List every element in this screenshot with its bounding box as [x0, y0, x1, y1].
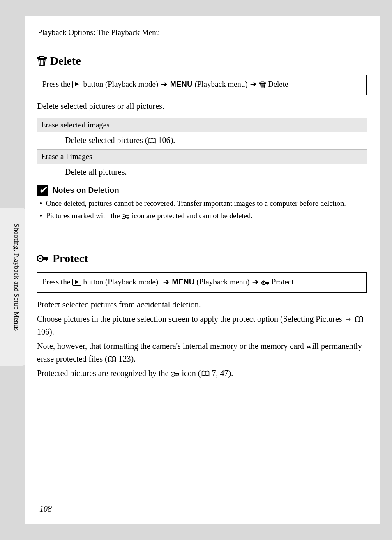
svg-point-8 [123, 216, 124, 217]
section-protect-title: Protect [37, 252, 367, 265]
book-icon [108, 356, 117, 362]
section-delete-title: Delete [37, 54, 367, 67]
text: icon are protected and cannot be deleted… [130, 212, 253, 220]
book-icon [201, 370, 210, 377]
option-header: Erase all images [37, 149, 367, 164]
key-icon [37, 254, 49, 263]
page: Playback Options: The Playback Menu Dele… [25, 16, 380, 524]
svg-point-16 [172, 373, 173, 374]
protect-icon [171, 371, 180, 377]
text: ). [228, 369, 233, 378]
delete-description: Delete selected pictures or all pictures… [37, 101, 367, 112]
text: ). [171, 136, 175, 145]
page-ref: 7, 47 [212, 369, 228, 378]
text: Delete all pictures. [65, 167, 127, 176]
text: Choose pictures in the picture selection… [37, 314, 355, 323]
section-divider [37, 242, 367, 242]
nav-text: (Playback menu) [194, 80, 247, 88]
option-body: Delete all pictures. [37, 164, 367, 181]
protect-paragraph: Choose pictures in the picture selection… [37, 313, 367, 338]
side-section-label: Shooting, Playback and Setup Menus [12, 224, 21, 331]
arrow-right-icon: ➔ [163, 278, 169, 286]
svg-point-10 [39, 258, 42, 260]
option-body: Delete selected pictures ( 106). [37, 132, 367, 149]
key-icon [261, 280, 270, 286]
menu-label: MENU [170, 80, 193, 88]
arrow-right-icon: ➔ [252, 278, 258, 286]
protect-paragraph: Note, however, that formatting the camer… [37, 340, 367, 365]
notes-heading: ✔ Notes on Deletion [37, 185, 367, 196]
notes-title: Notes on Deletion [53, 186, 119, 195]
nav-text: (Playback menu) [196, 277, 249, 286]
nav-text: Protect [272, 277, 294, 286]
nav-text: button (Playback mode) [83, 277, 159, 286]
trash-icon [259, 81, 266, 88]
text: icon ( [180, 369, 201, 378]
text: Pictures marked with the [46, 212, 122, 220]
text: Delete selected pictures ( [65, 136, 148, 145]
nav-text: Press the [42, 277, 70, 286]
nav-text: button (Playback mode) [83, 80, 159, 88]
page-ref: 106 [158, 136, 171, 145]
arrow-right-icon: ➔ [161, 80, 167, 88]
section-protect-label: Protect [53, 252, 88, 265]
playback-button-icon [72, 81, 81, 88]
note-item: Once deleted, pictures cannot be recover… [39, 198, 367, 209]
arrow-right-icon: ➔ [250, 80, 256, 88]
text: Protected pictures are recognized by the [37, 369, 171, 378]
menu-label: MENU [172, 278, 194, 286]
protect-paragraph: Protected pictures are recognized by the… [37, 367, 367, 380]
text: ). [131, 354, 136, 363]
delete-options-table: Erase selected images Delete selected pi… [37, 118, 367, 181]
svg-point-12 [263, 282, 264, 283]
playback-button-icon [72, 279, 81, 286]
protect-paragraph: Protect selected pictures from accidenta… [37, 298, 367, 311]
notes-list: Once deleted, pictures cannot be recover… [37, 198, 367, 221]
page-ref: 123 [119, 354, 131, 363]
section-delete-label: Delete [50, 54, 81, 67]
option-header: Erase selected images [37, 118, 367, 132]
delete-nav-box: Press the button (Playback mode) ➔ MENU … [37, 75, 367, 95]
page-number: 108 [39, 504, 52, 514]
breadcrumb: Playback Options: The Playback Menu [38, 28, 367, 37]
protect-icon [122, 214, 130, 219]
text: Note, however, that formatting the camer… [37, 342, 362, 363]
check-icon: ✔ [37, 185, 48, 196]
trash-icon [37, 55, 47, 66]
note-item: Pictures marked with the icon are protec… [39, 210, 367, 221]
nav-text: Delete [268, 80, 288, 88]
book-icon [148, 138, 156, 144]
page-ref: 106 [37, 327, 49, 336]
text: ). [49, 327, 54, 336]
protect-nav-box: Press the button (Playback mode) ➔ MENU … [37, 272, 367, 293]
book-icon [355, 316, 364, 323]
nav-text: Press the [42, 80, 70, 88]
